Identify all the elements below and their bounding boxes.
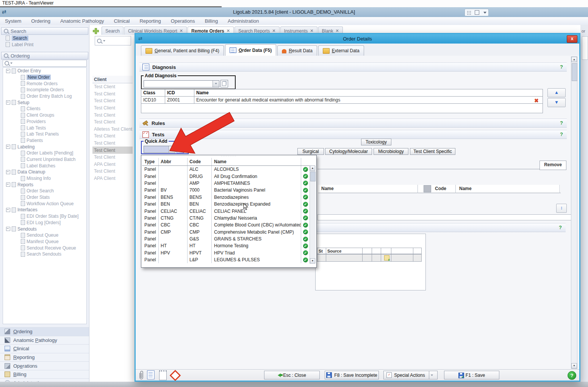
panel-option-row[interactable]: Panel BENS BENS Benzodiazepines ✔ <box>142 194 310 201</box>
help-icon[interactable]: ? <box>568 371 576 380</box>
collapse-icon[interactable] <box>6 145 10 149</box>
tag-icon[interactable] <box>170 370 181 381</box>
col-name[interactable]: Name <box>212 158 301 165</box>
scroll-thumb[interactable] <box>310 172 316 181</box>
help-icon[interactable]: ? <box>560 120 563 126</box>
paperclip-icon[interactable] <box>138 370 145 380</box>
client-row[interactable]: Test Client <box>92 111 133 119</box>
tree-item[interactable]: EDI Log [Orders] <box>3 220 86 226</box>
tree-item[interactable]: Lab Test Panels <box>3 131 86 137</box>
paste-icon[interactable] <box>220 80 228 87</box>
available-check-icon[interactable]: ✔ <box>303 223 308 228</box>
surgical-button[interactable]: Surgical <box>297 148 324 155</box>
tree-item[interactable]: Reports <box>3 181 86 188</box>
remove-column-header[interactable]: Remove <box>540 161 566 170</box>
panel-option-row[interactable]: Panel ALC ALCOHOLS ✔ <box>142 166 310 173</box>
notepad-icon[interactable] <box>159 370 167 380</box>
collapse-icon[interactable] <box>6 208 10 212</box>
scroll-up-icon[interactable]: ▲ <box>310 165 315 171</box>
available-check-icon[interactable]: ✔ <box>303 257 308 262</box>
menu-item[interactable]: Anatomic Pathology <box>55 17 109 25</box>
tree-item[interactable]: Order Stats <box>3 194 86 201</box>
tree-item[interactable]: Order Search <box>3 188 86 194</box>
panel-option-row[interactable]: Panel BV 7000 Bacterial Vaginosis Panel … <box>142 187 310 194</box>
tree-item[interactable]: New Order <box>3 74 86 81</box>
sidebar-nav-section[interactable]: Operations <box>0 361 89 370</box>
tree-item[interactable]: Clients <box>3 106 86 112</box>
collapse-icon[interactable] <box>6 227 10 231</box>
chevron-down-icon[interactable] <box>103 40 105 42</box>
col-name[interactable]: Name <box>321 186 334 191</box>
chevron-down-icon[interactable] <box>10 62 13 64</box>
col-name[interactable]: Name <box>194 89 543 97</box>
dialog-scrollbar[interactable]: ▲ ▼ <box>571 56 577 369</box>
sidebar-nav-section[interactable]: Clinical <box>0 344 89 353</box>
dialog-tab[interactable]: General, Patient and Billing (F4) <box>141 45 224 56</box>
close-icon[interactable]: x <box>567 35 577 43</box>
client-row[interactable]: Test Client <box>92 168 133 175</box>
reorder-button[interactable]: ↕ <box>556 204 567 213</box>
panel-option-row[interactable]: Panel CTNG CT/NG Chlamydia/ Neisseria ✔ <box>142 215 310 222</box>
dropdown-arrow-icon[interactable] <box>213 81 219 87</box>
sidebar-nav-section[interactable]: Ordering <box>0 327 89 336</box>
sidebar-nav-section[interactable]: Billing <box>0 370 89 379</box>
sidebar-ordering-header[interactable]: Ordering <box>1 52 88 59</box>
available-check-icon[interactable]: ✔ <box>303 202 308 207</box>
scroll-thumb[interactable] <box>572 63 577 81</box>
col-abbr[interactable]: Abbr <box>159 158 188 165</box>
chevron-down-icon[interactable] <box>483 12 486 14</box>
menu-item[interactable]: Administration <box>223 17 264 25</box>
client-row[interactable]: APA Client <box>92 161 133 168</box>
tree-item[interactable]: Data Cleanup <box>3 169 86 175</box>
menu-item[interactable]: System <box>0 17 26 25</box>
panel-option-row[interactable]: Panel BEN BEN Benzodiazepines Expanded ✔ <box>142 201 310 208</box>
sidebar-item[interactable]: Label Print <box>1 41 88 48</box>
sidebar-nav-section[interactable]: Reporting <box>0 353 89 362</box>
report-icon[interactable] <box>147 370 155 379</box>
collapse-icon[interactable] <box>6 69 10 73</box>
help-icon[interactable]: ? <box>559 225 562 230</box>
panel-option-row[interactable]: Panel L&P LEGUMES & PULSES ✔ <box>142 256 310 263</box>
sidebar-filter-input[interactable] <box>3 60 87 67</box>
col-name[interactable]: Name <box>459 186 472 191</box>
tree-item[interactable]: Setup <box>3 99 86 106</box>
client-row[interactable]: Alletess Test Client <box>92 126 133 133</box>
client-row[interactable]: Test Client <box>92 133 133 140</box>
dropdown-scrollbar[interactable]: ▲ ▼ <box>310 165 316 264</box>
panel-option-row[interactable]: Panel G&S GRAINS & STARCHES ✔ <box>142 236 310 242</box>
panel-option-row[interactable]: Panel CMP CMP Comprehensive Metabolic Pa… <box>142 229 310 236</box>
col-type[interactable]: Type <box>142 158 159 165</box>
client-row[interactable]: Test Client <box>92 147 133 154</box>
tree-item[interactable]: Labeling <box>3 144 86 150</box>
help-icon[interactable]: ? <box>560 131 563 137</box>
tree-item[interactable]: Current Unprinted Batch <box>3 156 86 163</box>
sidebar-search-header[interactable]: Search <box>1 27 88 35</box>
client-row[interactable]: Test Client <box>92 91 133 98</box>
help-icon[interactable]: ? <box>560 64 563 70</box>
menu-item[interactable]: Billing <box>200 17 223 25</box>
samples-row[interactable] <box>317 254 424 262</box>
teamviewer-controls[interactable] <box>464 9 489 16</box>
panel-option-row[interactable]: Panel HT HT Hormone Testing ✔ <box>142 242 310 249</box>
tree-item[interactable]: Manifest Queue <box>3 239 86 245</box>
save-button[interactable]: ✔ F1 : Save <box>444 371 499 379</box>
tree-item[interactable]: Incomplete Orders <box>3 87 86 93</box>
tree-item[interactable]: Label Batches <box>3 162 86 169</box>
tree-item[interactable]: Search Sendouts <box>3 251 86 257</box>
col-code[interactable]: Code <box>188 158 212 165</box>
client-row[interactable]: Test Client <box>92 105 133 112</box>
menu-item[interactable]: Operations <box>166 17 200 25</box>
dialog-titlebar[interactable]: ⇄ Order Details x <box>136 34 579 44</box>
workspace-tab[interactable]: Search ✕ <box>102 27 124 35</box>
collapse-icon[interactable] <box>6 170 10 174</box>
special-actions-button[interactable]: ✓ Special Actions <box>383 371 438 379</box>
available-check-icon[interactable]: ✔ <box>303 243 308 248</box>
tree-item[interactable]: Patients <box>3 137 86 144</box>
cytology-molecular-button[interactable]: Cytology/Molecular <box>325 148 372 155</box>
menu-item[interactable]: Ordering <box>26 17 55 25</box>
client-row[interactable]: Test Client <box>92 140 133 147</box>
panel-option-row[interactable]: Panel DRUG All Drug Confirmation ✔ <box>142 173 310 179</box>
save-incomplete-button[interactable]: F8 : Save Incomplete <box>325 371 379 379</box>
grid-dots-icon[interactable] <box>467 11 471 15</box>
scroll-down-icon[interactable]: ▼ <box>571 363 577 368</box>
